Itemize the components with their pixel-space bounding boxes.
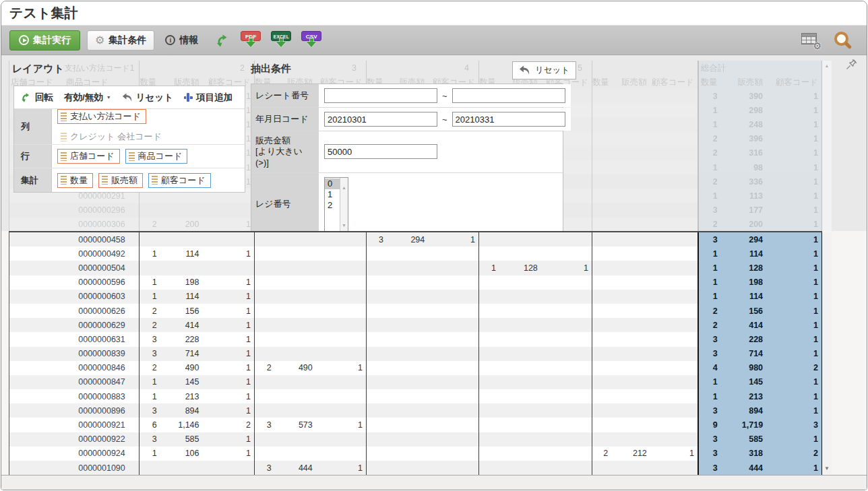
product-code-cell: 0000000458: [65, 232, 139, 247]
search-button[interactable]: [834, 31, 852, 49]
grand-total-cell: 24141: [698, 318, 822, 332]
drag-handle-icon: [61, 112, 67, 121]
store-code-cell: [9, 332, 65, 346]
group-cell: [366, 318, 478, 332]
register-number-listbox[interactable]: 012: [324, 177, 348, 231]
group-cell: 11981: [139, 275, 254, 290]
listbox-scrollbar[interactable]: [340, 178, 348, 231]
scroll-up-icon[interactable]: [342, 180, 346, 192]
group-cell: [254, 318, 366, 332]
grand-total-cell: 12131: [698, 389, 822, 403]
field-chip[interactable]: 支払い方法コード: [57, 109, 146, 124]
table-row: 00000006262156121561: [9, 304, 822, 318]
receipt-number-to-input[interactable]: [452, 88, 565, 103]
main-toolbar: 集計実行 集計条件 情報 PDF EXCEL CSV: [1, 26, 867, 55]
aggregation-conditions-button[interactable]: 集計条件: [87, 30, 154, 51]
store-code-cell: [9, 290, 65, 304]
table-row: 00000008963894138941: [9, 403, 822, 418]
grand-total-cell: 23361: [698, 174, 822, 189]
register-option[interactable]: 1: [325, 189, 340, 200]
group-cell: [254, 247, 366, 261]
run-aggregation-button[interactable]: 集計実行: [9, 30, 80, 51]
store-code-cell: [9, 203, 65, 218]
refresh-button[interactable]: [216, 34, 230, 47]
group-cell: [254, 290, 366, 304]
scroll-down-icon[interactable]: [342, 218, 346, 230]
layout-toolbar: 回転 有効/無効 リセット 項目追加: [14, 86, 245, 109]
grand-total-cell: 12981: [698, 103, 822, 117]
aggregation-conditions-label: 集計条件: [108, 34, 146, 46]
enable-disable-dropdown[interactable]: 有効/無効: [64, 92, 111, 104]
group-cell: [592, 132, 698, 146]
workspace: 支払い方法コード12345総合計店舗コード商品コード数量販売額顧客コード数量販売…: [1, 55, 867, 490]
export-csv-button[interactable]: CSV: [301, 31, 321, 50]
store-code-cell: [9, 389, 65, 403]
field-chip[interactable]: クレジット 会社コード: [57, 129, 167, 144]
product-code-cell: 0000000839: [65, 347, 139, 361]
product-code-cell: 0000000492: [65, 247, 139, 261]
store-code-cell: [9, 432, 65, 447]
group-cell: [592, 146, 698, 160]
vertical-scrollbar[interactable]: [822, 232, 832, 474]
group-cell: 35851: [139, 432, 254, 447]
register-option[interactable]: 0: [325, 178, 340, 189]
pivot-grid-area: 0000000458329413294100000004921114111141…: [1, 231, 867, 476]
field-chip[interactable]: 数量: [57, 173, 93, 188]
group-cell: [366, 290, 478, 304]
field-chip[interactable]: 顧客コード: [148, 173, 211, 188]
group-cell: [366, 332, 478, 346]
add-item-button[interactable]: 項目追加: [184, 92, 232, 104]
grand-total-cell: 1981: [698, 160, 822, 174]
date-from-input[interactable]: [324, 112, 437, 127]
receipt-number-label: レシート番号: [251, 84, 319, 107]
group-cell: [478, 247, 592, 261]
table-row: 00000006292414124141: [9, 318, 822, 332]
config-overlay: 支払い方法コード12345総合計店舗コード商品コード数量販売額顧客コード数量販売…: [1, 55, 867, 231]
group-cell: 22001: [139, 218, 254, 231]
drag-handle-icon: [61, 133, 67, 141]
export-pdf-button[interactable]: PDF: [241, 31, 261, 50]
bottom-strip: [1, 476, 867, 490]
play-icon: [19, 35, 29, 45]
register-number-label: レジ番号: [251, 173, 319, 231]
field-chip-label: 商品コード: [138, 150, 183, 162]
filter-reset-button[interactable]: リセット: [512, 61, 576, 79]
table-row: 00000005041128111281: [9, 261, 822, 275]
date-to-input[interactable]: [452, 112, 565, 127]
register-option[interactable]: 2: [325, 200, 340, 211]
group-cell: [366, 375, 478, 389]
table-row: 0000000924110612212133182: [9, 447, 822, 461]
grand-total-cell: 11451: [698, 375, 822, 389]
grid-settings-button[interactable]: [801, 32, 820, 48]
receipt-number-from-input[interactable]: [324, 88, 437, 103]
rotate-button[interactable]: 回転: [21, 92, 53, 104]
pin-icon[interactable]: [846, 59, 857, 73]
info-button[interactable]: 情報: [165, 34, 198, 46]
drag-handle-icon: [61, 152, 67, 161]
layout-reset-button[interactable]: リセット: [122, 92, 173, 104]
group-cell: [366, 275, 478, 290]
table-row: 00000008393714137141: [9, 347, 822, 361]
date-code-label: 年月日コード: [251, 108, 319, 131]
undo-arrow-icon: [122, 93, 133, 102]
field-chip[interactable]: 店舗コード: [57, 149, 120, 164]
group-cell: [478, 318, 592, 332]
filter-row-amount: 販売金額 [より大きい(>)]: [251, 131, 563, 173]
product-code-cell: 0000000922: [65, 432, 139, 447]
grand-total-cell: 23161: [698, 146, 822, 160]
filter-panel: レシート番号 ~ 年月日コード ~: [251, 84, 563, 231]
group-cell: [592, 174, 698, 189]
table-row: 00000006313228132281: [9, 332, 822, 346]
sales-amount-input[interactable]: [324, 144, 437, 159]
export-excel-button[interactable]: EXCEL: [271, 31, 291, 50]
drag-handle-icon: [152, 176, 158, 185]
product-code-cell: 0000000306: [65, 218, 139, 231]
layout-panel: 回転 有効/無効 リセット 項目追加: [13, 86, 245, 193]
grand-total-cell: 11981: [698, 275, 822, 290]
group-cell: [592, 89, 698, 103]
table-row: 000000092161,14623573191,7193: [9, 418, 822, 432]
field-chip[interactable]: 商品コード: [125, 149, 188, 164]
field-chip[interactable]: 販売額: [98, 173, 143, 188]
layout-row: 行店舗コード商品コード: [14, 145, 245, 168]
scroll-down-icon[interactable]: [822, 465, 832, 471]
